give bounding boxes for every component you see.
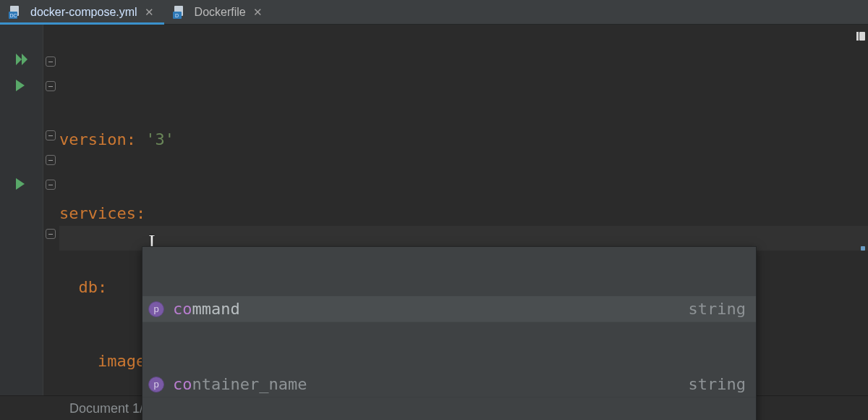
breadcrumb-item[interactable]: Document 1/1: [69, 402, 150, 415]
run-icon[interactable]: [16, 80, 26, 91]
gutter: [0, 25, 43, 395]
autocomplete-item[interactable]: p container_name string: [142, 371, 756, 398]
docker-compose-file-icon: DC: [9, 6, 23, 19]
autocomplete-type: string: [689, 297, 746, 322]
close-icon[interactable]: ✕: [145, 7, 154, 17]
dockerfile-icon: D: [173, 6, 187, 19]
svg-text:DC: DC: [10, 13, 17, 18]
fold-toggle[interactable]: [46, 180, 56, 190]
tab-dockerfile[interactable]: D Dockerfile ✕: [164, 0, 273, 24]
autocomplete-type: string: [689, 372, 746, 397]
tab-docker-compose[interactable]: DC docker-compose.yml ✕: [0, 0, 164, 24]
tab-label: docker-compose.yml: [30, 7, 137, 18]
run-icon[interactable]: [16, 178, 26, 190]
autocomplete-label: command: [173, 297, 240, 322]
fold-toggle[interactable]: [46, 130, 56, 140]
yaml-key: image: [98, 352, 145, 370]
editor-tabs: DC docker-compose.yml ✕ D Dockerfile ✕: [0, 0, 868, 25]
svg-text:D: D: [175, 13, 179, 18]
property-badge-icon: p: [148, 301, 164, 317]
code-editor[interactable]: version: '3' services: db: image: postgr…: [0, 25, 868, 395]
property-badge-icon: p: [148, 377, 164, 392]
fold-toggle[interactable]: [46, 155, 56, 165]
code-area[interactable]: version: '3' services: db: image: postgr…: [59, 25, 868, 395]
run-all-icon[interactable]: [16, 54, 29, 65]
fold-toggle[interactable]: [46, 56, 56, 67]
yaml-value: '3': [145, 130, 174, 148]
autocomplete-label: container_name: [173, 372, 307, 397]
yaml-key: db: [79, 278, 98, 296]
fold-column: [43, 25, 59, 395]
close-icon[interactable]: ✕: [253, 7, 263, 17]
fold-toggle[interactable]: [46, 229, 56, 239]
autocomplete-item[interactable]: p command string: [142, 296, 756, 322]
yaml-key: services: [59, 204, 136, 222]
caret-mark: [861, 246, 865, 251]
inspection-pause-icon[interactable]: [859, 32, 865, 41]
yaml-key: version: [59, 130, 127, 148]
autocomplete-popup: p command string p container_name string…: [142, 246, 757, 420]
fold-toggle[interactable]: [46, 81, 56, 91]
tab-label: Dockerfile: [195, 7, 246, 18]
